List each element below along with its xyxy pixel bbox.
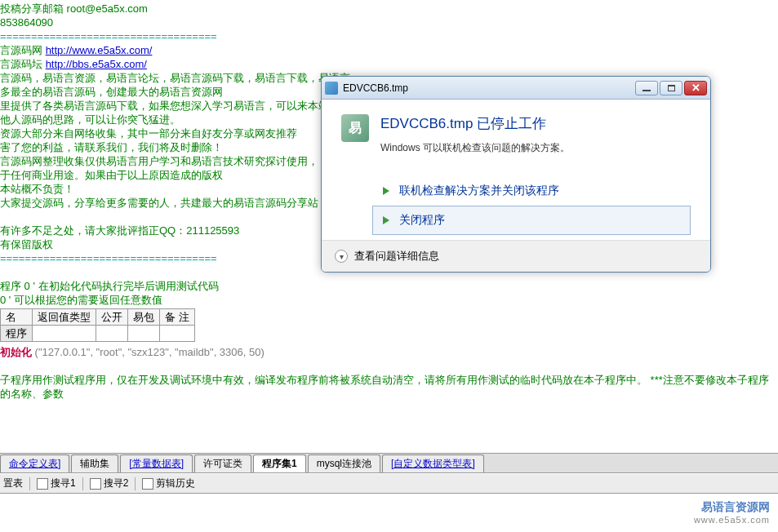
tool-row: 置表 搜寻1 搜寻2 剪辑历史	[0, 474, 778, 494]
th-remark: 备 注	[160, 309, 195, 326]
code-line: 853864090	[0, 16, 778, 29]
arrow-icon	[383, 187, 389, 195]
th-epkg: 易包	[128, 309, 160, 326]
dialog-window-title: EDVCCB6.tmp	[343, 82, 635, 94]
search-icon	[90, 478, 101, 490]
tab-mysql-pool[interactable]: mysql连接池	[308, 454, 380, 472]
close-button[interactable]: ✕	[684, 81, 707, 95]
chevron-down-icon: ▾	[335, 250, 348, 263]
tab-const-data[interactable]: [常量数据表]	[120, 454, 193, 472]
td-name[interactable]: 程序	[1, 326, 33, 342]
subprogram-table: 名 返回值类型 公开 易包 备 注 程序	[0, 308, 195, 342]
tool-search2[interactable]: 搜寻2	[90, 477, 129, 490]
view-details-toggle[interactable]: ▾ 查看问题详细信息	[322, 240, 710, 272]
tab-custom-types[interactable]: [自定义数据类型表]	[382, 454, 484, 472]
dialog-main-title: EDVCCB6.tmp 已停止工作	[380, 114, 570, 133]
clipboard-icon	[142, 478, 153, 490]
th-rettype: 返回值类型	[33, 309, 96, 326]
code-line: 言源码坛 http://bbs.e5a5x.com/	[0, 57, 778, 71]
tab-program-set1[interactable]: 程序集1	[253, 454, 306, 472]
dialog-subtitle: Windows 可以联机检查该问题的解决方案。	[380, 141, 570, 155]
tool-search1[interactable]: 搜寻1	[37, 477, 76, 490]
tabs-bar: 命令定义表] 辅助集 [常量数据表] 许可证类 程序集1 mysql连接池 [自…	[0, 453, 778, 473]
minimize-button[interactable]	[635, 81, 658, 95]
tool-set-table[interactable]: 置表	[3, 477, 23, 490]
option-check-online[interactable]: 联机检查解决方案并关闭该程序	[372, 176, 691, 206]
url-link[interactable]: http://bbs.e5a5x.com/	[46, 58, 147, 70]
error-dialog: EDVCCB6.tmp ✕ 易 EDVCCB6.tmp 已停止工作 Window…	[321, 76, 711, 273]
separator-line: ===================================	[0, 29, 778, 43]
tab-helper[interactable]: 辅助集	[71, 454, 118, 472]
program-icon	[325, 82, 338, 95]
maximize-button[interactable]	[660, 81, 682, 95]
search-icon	[37, 478, 48, 490]
code-line: 初始化 ("127.0.0.1", "root", "szx123", "mai…	[0, 345, 778, 359]
tab-cmd-def[interactable]: 命令定义表]	[0, 454, 69, 472]
tool-clipboard-history[interactable]: 剪辑历史	[142, 477, 195, 490]
tab-license[interactable]: 许可证类	[194, 454, 251, 472]
code-line: 言源码网 http://www.e5a5x.com/	[0, 43, 778, 57]
dialog-titlebar[interactable]: EDVCCB6.tmp ✕	[322, 77, 710, 100]
td-rettype[interactable]	[33, 326, 96, 342]
option-close-program[interactable]: 关闭程序	[372, 206, 691, 235]
th-name: 名	[1, 309, 33, 326]
th-public: 公开	[96, 309, 128, 326]
td-public[interactable]	[96, 326, 128, 342]
td-remark[interactable]	[160, 326, 195, 342]
comment-line: 子程序用作测试程序用，仅在开发及调试环境中有效，编译发布程序前将被系统自动清空，…	[0, 373, 778, 401]
code-line: 投稿分享邮箱 root@e5a5x.com	[0, 2, 778, 16]
td-epkg[interactable]	[128, 326, 160, 342]
url-link[interactable]: http://www.e5a5x.com/	[46, 44, 153, 56]
watermark: 易语言资源网 www.e5a5x.com	[694, 499, 770, 525]
code-line: 程序 0 ' 在初始化代码执行完毕后调用测试代码	[0, 279, 778, 293]
code-line: 0 ' 可以根据您的需要返回任意数值	[0, 293, 778, 307]
app-icon: 易	[341, 114, 369, 142]
arrow-icon	[383, 216, 389, 224]
